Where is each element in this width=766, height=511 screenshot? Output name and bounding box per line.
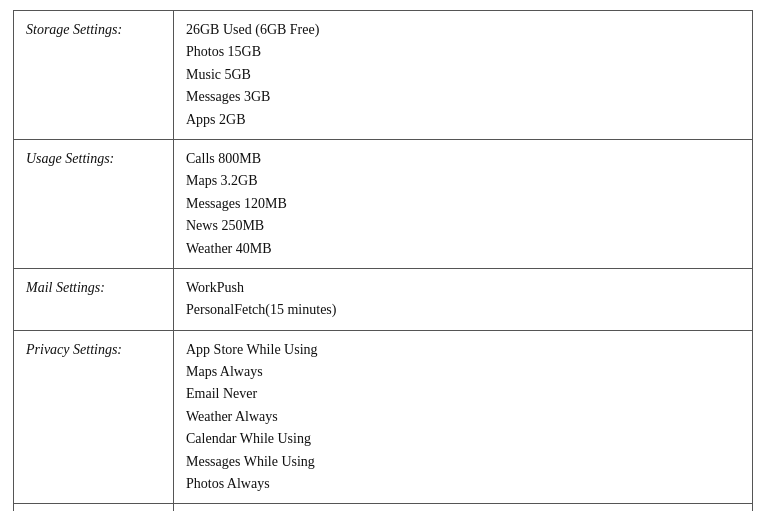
row-label: Storage Settings: [14, 11, 174, 140]
row-values: Calls 800MBMaps 3.2GBMessages 120MBNews … [174, 139, 753, 268]
row-values: App Store While UsingMaps AlwaysEmail Ne… [174, 330, 753, 504]
table-row: Privacy Settings:App Store While UsingMa… [14, 330, 753, 504]
table-row: Mail Settings:WorkPushPersonalFetch(15 m… [14, 268, 753, 330]
value-line: 26GB Used (6GB Free) [186, 19, 740, 41]
row-values: WorkPushPersonalFetch(15 minutes) [174, 268, 753, 330]
row-label: Mail Settings: [14, 268, 174, 330]
value-line: Email Never [186, 383, 740, 405]
value-line: WorkPush [186, 277, 740, 299]
table-row: Storage Settings:26GB Used (6GB Free)Pho… [14, 11, 753, 140]
settings-table: Storage Settings:26GB Used (6GB Free)Pho… [13, 10, 753, 511]
value-line: Weather 40MB [186, 238, 740, 260]
value-line: App Store While Using [186, 339, 740, 361]
value-line: Music 5GB [186, 64, 740, 86]
value-line: Weather Always [186, 406, 740, 428]
value-line: Messages While Using [186, 451, 740, 473]
row-label: Display Settings: [14, 504, 174, 511]
value-line: Calls 800MB [186, 148, 740, 170]
row-label: Usage Settings: [14, 139, 174, 268]
table-row: Display Settings:Brightness AutoAuto-Loc… [14, 504, 753, 511]
value-line: Messages 3GB [186, 86, 740, 108]
row-values: Brightness AutoAuto-Lock NeverNight Mode… [174, 504, 753, 511]
row-values: 26GB Used (6GB Free)Photos 15GBMusic 5GB… [174, 11, 753, 140]
value-line: Calendar While Using [186, 428, 740, 450]
value-line: Messages 120MB [186, 193, 740, 215]
row-label: Privacy Settings: [14, 330, 174, 504]
value-line: Photos Always [186, 473, 740, 495]
table-row: Usage Settings:Calls 800MBMaps 3.2GBMess… [14, 139, 753, 268]
value-line: Maps 3.2GB [186, 170, 740, 192]
value-line: Apps 2GB [186, 109, 740, 131]
value-line: News 250MB [186, 215, 740, 237]
value-line: PersonalFetch(15 minutes) [186, 299, 740, 321]
value-line: Maps Always [186, 361, 740, 383]
value-line: Photos 15GB [186, 41, 740, 63]
